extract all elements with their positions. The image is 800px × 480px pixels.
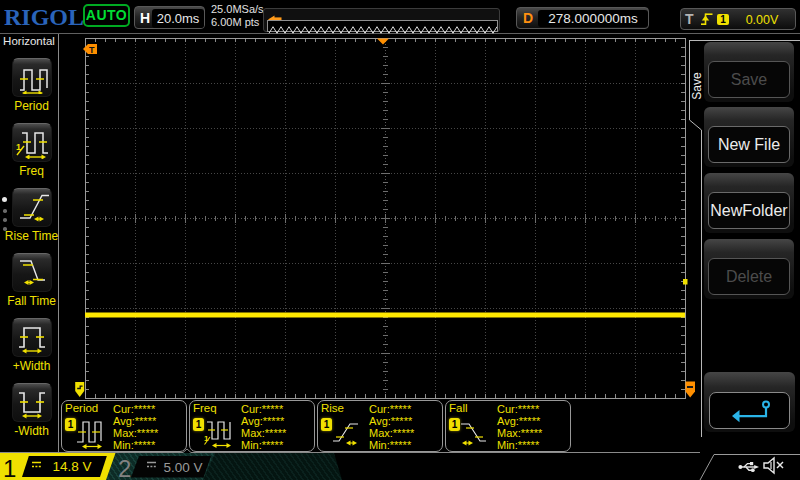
svg-text:T: T — [89, 45, 95, 55]
